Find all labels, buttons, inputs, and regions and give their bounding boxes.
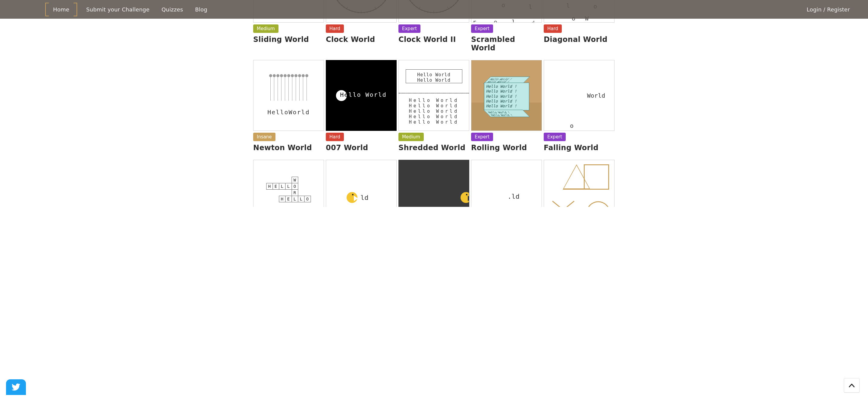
main-content: MediumSliding WorldH e l l o W o r l dHa…: [253, 0, 615, 207]
challenge-title: Clock World II: [398, 35, 469, 44]
nav-quizzes[interactable]: Quizzes: [161, 6, 183, 13]
challenge-title: Scrambled World: [471, 35, 542, 52]
challenge-thumbnail[interactable]: HelloWorld: [253, 60, 324, 131]
challenge-card[interactable]: Hello WorldHard007 World: [326, 60, 397, 152]
nav-submit[interactable]: Submit your Challenge: [86, 6, 150, 13]
challenge-title: Sliding World: [253, 35, 324, 44]
challenge-card[interactable]: WHELLORHELLO: [253, 160, 324, 207]
challenge-grid: MediumSliding WorldH e l l o W o r l dHa…: [253, 0, 615, 207]
nav-blog[interactable]: Blog: [195, 6, 207, 13]
challenge-card[interactable]: Hello World ! Hello World !Hello World !…: [471, 60, 542, 152]
nav-right: Login / Register: [807, 6, 850, 13]
difficulty-badge: Expert: [544, 133, 566, 141]
challenge-card[interactable]: [544, 160, 615, 207]
challenge-thumbnail[interactable]: ld: [326, 160, 397, 207]
challenge-thumbnail[interactable]: Worldo: [544, 60, 615, 131]
difficulty-badge: Hard: [326, 133, 344, 141]
challenge-thumbnail[interactable]: Hello World: [326, 60, 397, 131]
challenge-thumbnail[interactable]: Hello World ! Hello World !Hello World !…: [471, 60, 542, 131]
difficulty-badge: Expert: [471, 24, 493, 33]
nav-home[interactable]: Home: [48, 4, 74, 14]
challenge-title: Falling World: [544, 144, 615, 152]
challenge-card[interactable]: HelloWorldInsaneNewton World: [253, 60, 324, 152]
difficulty-badge: Hard: [326, 24, 344, 33]
difficulty-badge: Medium: [398, 133, 424, 141]
challenge-title: Newton World: [253, 144, 324, 152]
challenge-title: Clock World: [326, 35, 397, 44]
difficulty-badge: Hard: [544, 24, 562, 33]
top-nav: Home Submit your Challenge Quizzes Blog …: [0, 0, 868, 19]
challenge-card[interactable]: Hello WorldHello WorldHello WorldHello W…: [398, 60, 469, 152]
challenge-card[interactable]: WorldoExpertFalling World: [544, 60, 615, 152]
challenge-card[interactable]: .ld: [471, 160, 542, 207]
difficulty-badge: Expert: [471, 133, 493, 141]
challenge-title: Shredded World: [398, 144, 469, 152]
challenge-card[interactable]: ld: [326, 160, 397, 207]
challenge-title: 007 World: [326, 144, 397, 152]
challenge-card[interactable]: [398, 160, 469, 207]
challenge-thumbnail[interactable]: [398, 160, 469, 207]
nav-login[interactable]: Login / Register: [807, 6, 850, 13]
svg-point-2: [587, 202, 610, 207]
challenge-thumbnail[interactable]: .ld: [471, 160, 542, 207]
difficulty-badge: Expert: [398, 24, 421, 33]
difficulty-badge: Medium: [253, 24, 278, 33]
challenge-thumbnail[interactable]: Hello WorldHello WorldHello WorldHello W…: [398, 60, 469, 131]
nav-left: Home Submit your Challenge Quizzes Blog: [48, 4, 207, 14]
challenge-thumbnail[interactable]: WHELLORHELLO: [253, 160, 324, 207]
challenge-thumbnail[interactable]: [544, 160, 615, 207]
difficulty-badge: Insane: [253, 133, 276, 141]
challenge-title: Rolling World: [471, 144, 542, 152]
challenge-title: Diagonal World: [544, 35, 615, 44]
